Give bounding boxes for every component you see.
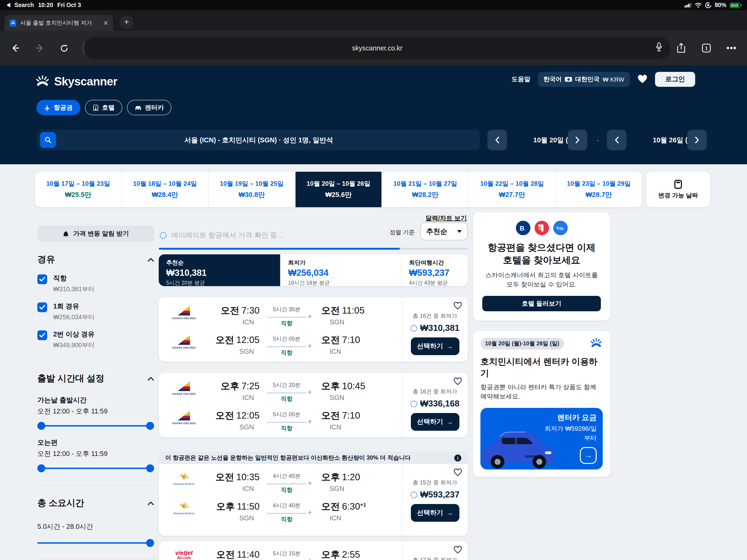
select-button[interactable]: 선택하기→ [411,338,459,355]
browser-tab[interactable]: 서울 출발 호치민시티행 저가 ✕ [5,15,113,31]
login-button[interactable]: 로그인 [655,72,695,87]
return-date-prev-button[interactable] [607,130,626,150]
depart-date-next-button[interactable] [568,130,587,150]
filter-one-stop[interactable]: 1회 경유₩256,034부터 [37,302,154,322]
slider-handle-max[interactable] [146,464,154,472]
plane-icon: ✈ [307,389,312,396]
rotation-lock-icon [705,2,712,8]
flexible-dates-button[interactable]: 변경 가능 날짜 [646,172,710,207]
tab-recommended[interactable]: 추천순 ₩310,381 5시간 20분 평균 [159,254,281,286]
date-tab-4-selected[interactable]: 10월 20일 – 10월 26일₩25.6만 [295,172,382,207]
date-tab-3[interactable]: 10월 19일 – 10월 25일₩30.8만 [208,172,295,207]
flight-card[interactable]: ASIANA AIRLINES 오전 7:30ICN 5시간 35분✈직항 오전… [159,297,468,362]
save-heart-icon[interactable] [453,546,462,556]
car-promo-banner[interactable]: 렌터카 요금 최저가 ₩59286/일 부터 → [481,408,603,469]
tab-close-icon[interactable]: ✕ [103,19,108,26]
checkbox-checked[interactable] [37,274,47,284]
save-heart-icon[interactable] [453,302,462,312]
locale-selector[interactable]: 한국어 대한민국 ₩ KRW [538,72,630,87]
date-tab-7[interactable]: 10월 23일 – 10월 29일₩28.7만 [556,172,642,207]
departure-times-section-header[interactable]: 출발 시간대 설정 [37,372,154,384]
status-time: 10:20 [38,2,53,8]
outbound-time-range: 오전 12:00 - 오후 11:59 [37,407,154,416]
booking-logo: B. [516,221,530,235]
car-icon [134,104,142,111]
car-rental-promo-card: 10월 20일 (월)-10월 26일 (일) 호치민시티에서 렌터카 이용하기… [473,331,610,477]
nav-car-rental[interactable]: 렌터카 [127,100,171,115]
nav-hotels-label: 호텔 [102,103,114,112]
duration-slider[interactable] [37,538,154,547]
chevron-up-icon [148,257,154,262]
duration-section-header[interactable]: 총 소요시간 [37,497,154,509]
divider [37,362,154,362]
plane-icon: ✈ [307,480,312,487]
vietnam-airlines-logo: Vietnam Airlines [163,500,205,515]
saved-heart-icon[interactable] [637,75,648,84]
save-heart-icon[interactable] [453,377,462,387]
reload-button[interactable] [56,40,72,56]
browse-hotels-button[interactable]: 호텔 둘러보기 [482,296,601,311]
back-to-app-icon[interactable] [6,3,10,7]
select-button[interactable]: 선택하기→ [411,504,459,522]
arrow-right-icon: → [446,418,453,426]
deal-count: 총 16건 중 최저가 [413,388,457,396]
slider-handle-min[interactable] [37,422,45,430]
url-bar[interactable]: skyscanner.co.kr [84,37,670,59]
korea-flag-icon [565,77,572,82]
slider-handle-max[interactable] [146,539,154,547]
filter-direct[interactable]: 직항₩310,381부터 [37,274,154,294]
back-button[interactable] [7,40,23,56]
arrow-right-icon: → [446,343,453,350]
divider [37,485,154,486]
nav-flights[interactable]: 항공권 [36,100,80,115]
mic-icon[interactable] [655,42,663,54]
return-time-slider[interactable] [37,464,154,472]
asiana-airlines-logo: ASIANA AIRLINES [163,409,205,425]
price: ₩593,237 [420,489,460,500]
flight-card[interactable]: ASIANA AIRLINES 오후 7:25ICN 5시간 20분✈직항 오후… [159,373,468,437]
date-separator: · [597,130,599,150]
browser-menu-icon[interactable]: ••• [724,40,740,56]
filters-sidebar: 가격 변동 알림 받기 경유 직항₩310,381부터 1회 경유₩256,03… [37,212,154,560]
date-tab-5[interactable]: 10월 21일 – 10월 27일₩28.2만 [382,172,469,207]
search-summary-bar[interactable]: 서울 (ICN) - 호치민시티 (SGN) · 성인 1명, 일반석 [37,130,480,150]
share-icon[interactable] [673,40,689,56]
forward-button[interactable] [32,40,48,56]
car-price-title: 렌터카 요금 [544,413,597,423]
skyscanner-logo[interactable]: Skyscanner [35,75,118,88]
stops-section-header[interactable]: 경유 [37,254,154,266]
new-tab-button[interactable]: + [120,16,133,29]
checkbox-checked[interactable] [37,330,47,340]
date-tab-2[interactable]: 10월 18일 – 10월 24일₩28.4만 [122,172,209,207]
hotel-promo-body: 스카이스캐너에서 최고의 호텔 사이트를 모두 찾아보실 수 있어요. [482,271,601,289]
filter-two-plus-stops[interactable]: 2번 이상 경유₩349,900부터 [37,330,154,349]
price-alert-button[interactable]: 가격 변동 알림 받기 [37,225,154,242]
back-to-app-label[interactable]: Search [15,2,34,8]
info-icon[interactable]: i [454,454,461,461]
flight-card[interactable]: Vietnam Airlines 오전 10:35ICN 4시간 45분✈직항 … [159,464,468,536]
tab-fastest[interactable]: 최단여행시간 ₩593,237 4시간 43분 평균 [402,254,468,286]
chevron-up-icon [148,501,154,505]
help-link[interactable]: 도움말 [512,75,531,83]
outbound-time-slider[interactable] [37,421,154,430]
date-tab-1[interactable]: 10월 17일 – 10월 23일₩25.5만 [35,172,122,207]
save-heart-icon[interactable] [453,469,462,478]
tab-cheapest[interactable]: 최저가 ₩256,034 18시간 18분 평균 [281,254,402,286]
chevron-down-icon [457,230,462,233]
flexible-dates-icon [674,180,682,189]
sort-dropdown[interactable]: 추천순 [420,222,468,240]
flight-card[interactable]: vietjetAir.com 오전 11:40ICN 5시간 15분✈직항 오후… [159,541,468,560]
browser-toolbar: skyscanner.co.kr 1 ••• [0,31,747,65]
return-date-next-button[interactable] [687,130,707,150]
slider-handle-min[interactable] [37,464,45,472]
car-promo-arrow-button[interactable]: → [580,447,597,464]
depart-date-prev-button[interactable] [487,130,507,150]
slider-handle-max[interactable] [146,422,154,430]
date-tab-6[interactable]: 10월 22일 – 10월 28일₩27.7만 [469,172,556,207]
tab-switcher-icon[interactable]: 1 [698,40,714,56]
nav-hotels[interactable]: 호텔 [85,100,122,115]
select-button[interactable]: 선택하기→ [411,413,459,431]
calendar-chart-view-link[interactable]: 달력/차트 보기 [426,214,467,222]
checkbox-checked[interactable] [37,302,47,312]
search-icon[interactable] [40,132,56,148]
